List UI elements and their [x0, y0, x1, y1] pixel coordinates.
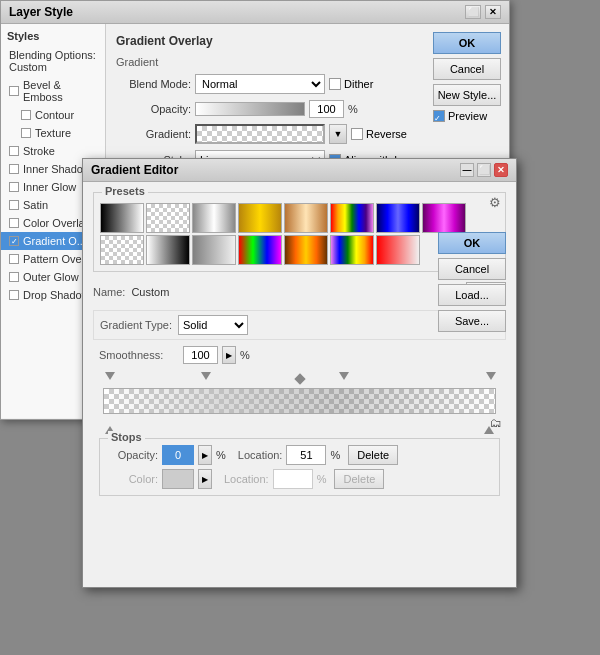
opacity-stop-mid1[interactable]: [201, 372, 211, 386]
color-overlay-checkbox[interactable]: [9, 218, 19, 228]
stop-color-location-label: Location:: [224, 473, 269, 485]
preview-checkbox[interactable]: ✓: [433, 110, 445, 122]
preset-item-rainbow2[interactable]: [330, 235, 374, 265]
stops-section: Stops Opacity: 0 ▶ % Location: % Delete …: [99, 438, 500, 496]
gradient-display-bar[interactable]: [103, 388, 496, 414]
stop-color-delete-button[interactable]: Delete: [334, 469, 384, 489]
gradient-editor-titlebar: Gradient Editor — ⬜ ✕: [83, 159, 516, 182]
preset-item-rainbow[interactable]: [330, 203, 374, 233]
ge-restore-button[interactable]: ⬜: [477, 163, 491, 177]
smoothness-unit: %: [240, 349, 250, 361]
gradient-bar-container: 🗂: [93, 372, 506, 434]
preview-row: ✓ Preview: [433, 110, 501, 122]
ge-cancel-button[interactable]: Cancel: [438, 258, 506, 280]
preset-item-wb[interactable]: [146, 235, 190, 265]
opacity-stop-right[interactable]: [486, 372, 496, 386]
stop-opacity-delete-button[interactable]: Delete: [348, 445, 398, 465]
stop-color-location-unit: %: [317, 473, 327, 485]
drop-shadow-checkbox[interactable]: [9, 290, 19, 300]
preset-item-violet[interactable]: [422, 203, 466, 233]
stop-opacity-location-input[interactable]: [286, 445, 326, 465]
sidebar-item-blending-options[interactable]: Blending Options: Custom: [1, 46, 105, 76]
gradient-editor-buttons: OK Cancel Load... Save...: [438, 232, 506, 332]
stop-opacity-value[interactable]: 0: [162, 445, 194, 465]
stroke-label: Stroke: [23, 145, 55, 157]
sidebar-item-bevel-emboss[interactable]: Bevel & Emboss: [1, 76, 105, 106]
dither-checkbox[interactable]: [329, 78, 341, 90]
stop-color-location-input[interactable]: [273, 469, 313, 489]
gradient-type-select[interactable]: Solid Noise: [178, 315, 248, 335]
inner-shadow-checkbox[interactable]: [9, 164, 19, 174]
opacity-stop-markers: [103, 372, 496, 388]
inner-shadow-label: Inner Shadow: [23, 163, 91, 175]
ge-load-button[interactable]: Load...: [438, 284, 506, 306]
preset-item-bw[interactable]: [100, 203, 144, 233]
preview-label: Preview: [448, 110, 487, 122]
sidebar-item-texture[interactable]: Texture: [1, 124, 105, 142]
blend-mode-select[interactable]: Normal: [195, 74, 325, 94]
bevel-emboss-checkbox[interactable]: [9, 86, 19, 96]
gradient-editor-body: Presets ⚙ Name: C: [83, 182, 516, 506]
minimize-button[interactable]: ⬜: [465, 5, 481, 19]
opacity-stop-mid1-arrow: [201, 372, 211, 380]
stop-color-arrow[interactable]: ▶: [198, 469, 212, 489]
smoothness-row: Smoothness: ▶ %: [93, 346, 506, 364]
preset-item-checkered[interactable]: [100, 235, 144, 265]
dither-label: Dither: [344, 78, 373, 90]
preset-item-orange[interactable]: [284, 235, 328, 265]
new-style-button[interactable]: New Style...: [433, 84, 501, 106]
opacity-stop-mid2[interactable]: [295, 372, 305, 386]
preset-item-blue[interactable]: [376, 203, 420, 233]
color-stop-markers: 🗂: [103, 414, 496, 434]
ge-save-button[interactable]: Save...: [438, 310, 506, 332]
stops-label: Stops: [108, 431, 145, 443]
opacity-stop-diamond: [294, 373, 305, 384]
preset-item-gray-trans[interactable]: [192, 235, 236, 265]
color-stop-row: Color: ▶ Location: % Delete: [108, 469, 491, 489]
gradient-label: Gradient:: [116, 128, 191, 140]
name-label: Name:: [93, 286, 125, 298]
smoothness-label: Smoothness:: [99, 349, 179, 361]
opacity-input[interactable]: 100: [309, 100, 344, 118]
opacity-stop-mid3[interactable]: [339, 372, 349, 386]
stop-opacity-arrow[interactable]: ▶: [198, 445, 212, 465]
gradient-dropdown-button[interactable]: ▼: [329, 124, 347, 144]
smoothness-arrow-button[interactable]: ▶: [222, 346, 236, 364]
ok-button[interactable]: OK: [433, 32, 501, 54]
gradient-overlay-label: Gradient O...: [23, 235, 86, 247]
reverse-checkbox[interactable]: [351, 128, 363, 140]
outer-glow-checkbox[interactable]: [9, 272, 19, 282]
preset-item-multi[interactable]: [238, 235, 282, 265]
satin-checkbox[interactable]: [9, 200, 19, 210]
smoothness-input[interactable]: [183, 346, 218, 364]
gradient-preview[interactable]: [195, 124, 325, 144]
contour-checkbox[interactable]: [21, 110, 31, 120]
gradient-editor-title: Gradient Editor: [91, 163, 178, 177]
preset-item-red-trans[interactable]: [376, 235, 420, 265]
ge-minimize-button[interactable]: —: [460, 163, 474, 177]
cancel-button[interactable]: Cancel: [433, 58, 501, 80]
bevel-emboss-label: Bevel & Emboss: [23, 79, 97, 103]
stop-color-swatch[interactable]: [162, 469, 194, 489]
preset-item-silver[interactable]: [192, 203, 236, 233]
pattern-overlay-checkbox[interactable]: [9, 254, 19, 264]
gradient-bar-overlay: [104, 389, 495, 413]
texture-checkbox[interactable]: [21, 128, 31, 138]
presets-gear-icon[interactable]: ⚙: [489, 195, 501, 210]
stroke-checkbox[interactable]: [9, 146, 19, 156]
ge-ok-button[interactable]: OK: [438, 232, 506, 254]
preset-item-trans[interactable]: [146, 203, 190, 233]
inner-glow-checkbox[interactable]: [9, 182, 19, 192]
stop-opacity-location-label: Location:: [238, 449, 283, 461]
outer-glow-label: Outer Glow: [23, 271, 79, 283]
dither-check-row: Dither: [329, 78, 373, 90]
preset-item-gold[interactable]: [238, 203, 282, 233]
ge-close-button[interactable]: ✕: [494, 163, 508, 177]
maximize-button[interactable]: ✕: [485, 5, 501, 19]
stop-opacity-location-unit: %: [330, 449, 340, 461]
sidebar-item-contour[interactable]: Contour: [1, 106, 105, 124]
preset-item-copper[interactable]: [284, 203, 328, 233]
opacity-slider[interactable]: [195, 102, 305, 116]
gradient-overlay-checkbox[interactable]: [9, 236, 19, 246]
opacity-stop-left[interactable]: [105, 372, 115, 386]
